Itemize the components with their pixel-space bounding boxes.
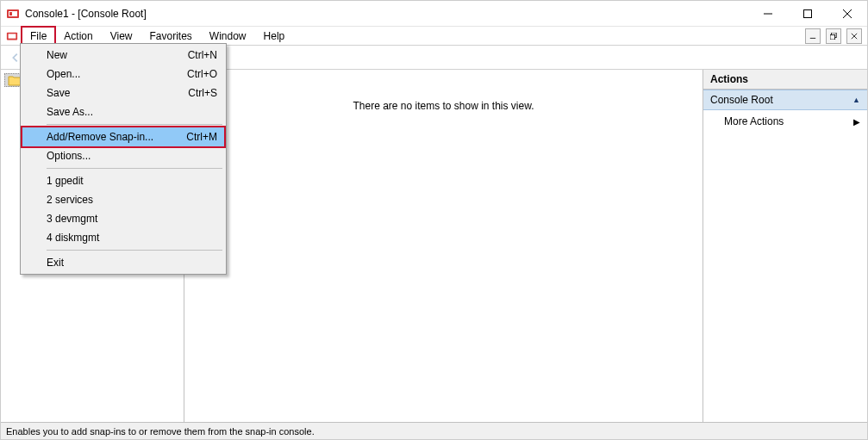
empty-message: There are no items to show in this view. — [184, 70, 703, 112]
file-menu-exit-label: Exit — [47, 257, 64, 269]
minimize-button[interactable] — [748, 1, 788, 27]
file-menu-exit[interactable]: Exit — [22, 253, 224, 272]
file-menu-recent-4[interactable]: 4 diskmgmt — [22, 228, 224, 247]
menu-view[interactable]: View — [102, 27, 141, 45]
file-menu-new-shortcut: Ctrl+N — [188, 49, 217, 61]
file-menu-options-label: Options... — [47, 150, 91, 162]
file-menu-new-label: New — [47, 49, 67, 61]
file-menu-saveas-label: Save As... — [47, 106, 93, 118]
submenu-arrow-icon: ▶ — [853, 117, 860, 127]
svg-rect-8 — [9, 34, 16, 38]
status-text: Enables you to add snap-ins to or remove… — [6, 426, 315, 437]
actions-panel: Actions Console Root ▲ More Actions ▶ — [703, 70, 867, 422]
menu-help[interactable]: Help — [255, 27, 294, 45]
menu-file-label: File — [30, 30, 47, 42]
actions-more-label: More Actions — [724, 115, 784, 127]
mdi-controls — [805, 27, 867, 45]
menu-separator — [47, 250, 222, 251]
file-menu-recent-4-label: 4 diskmgmt — [47, 232, 99, 244]
file-menu-save-label: Save — [47, 87, 70, 99]
file-menu-addremove-snapin[interactable]: Add/Remove Snap-in... Ctrl+M — [22, 127, 224, 146]
menu-view-label: View — [110, 30, 133, 42]
menu-window-label: Window — [209, 30, 247, 42]
maximize-button[interactable] — [788, 1, 827, 27]
file-menu-open[interactable]: Open... Ctrl+O — [22, 65, 224, 84]
actions-more-actions[interactable]: More Actions ▶ — [703, 110, 867, 133]
file-menu-recent-2[interactable]: 2 services — [22, 190, 224, 209]
file-menu-save-shortcut: Ctrl+S — [188, 87, 217, 99]
file-menu-open-shortcut: Ctrl+O — [187, 68, 217, 80]
actions-group-label: Console Root — [710, 94, 773, 106]
window-title: Console1 - [Console Root] — [25, 8, 748, 20]
menu-favorites-label: Favorites — [150, 30, 192, 42]
file-menu-recent-2-label: 2 services — [47, 194, 93, 206]
statusbar: Enables you to add snap-ins to or remove… — [1, 422, 867, 439]
file-menu-open-label: Open... — [47, 68, 80, 80]
file-menu-addremove-shortcut: Ctrl+M — [186, 131, 217, 143]
menu-file[interactable]: File — [22, 27, 55, 45]
menu-window[interactable]: Window — [201, 27, 255, 45]
mdi-close-button[interactable] — [846, 28, 862, 44]
menu-separator — [47, 124, 222, 125]
file-menu-recent-1[interactable]: 1 gpedit — [22, 171, 224, 190]
content-panel: There are no items to show in this view. — [184, 70, 703, 422]
mdi-minimize-button[interactable] — [805, 28, 821, 44]
mmc-app-icon — [6, 7, 20, 21]
file-menu-saveas[interactable]: Save As... — [22, 102, 224, 121]
menu-action[interactable]: Action — [55, 27, 101, 45]
file-menu-save[interactable]: Save Ctrl+S — [22, 84, 224, 102]
file-menu-recent-3-label: 3 devmgmt — [47, 213, 97, 225]
actions-group-header[interactable]: Console Root ▲ — [703, 90, 867, 110]
menu-favorites[interactable]: Favorites — [141, 27, 201, 45]
menu-action-label: Action — [64, 30, 92, 42]
svg-rect-11 — [830, 34, 835, 40]
mmc-doc-icon — [4, 27, 20, 45]
file-menu-recent-1-label: 1 gpedit — [47, 175, 84, 187]
close-button[interactable] — [827, 1, 867, 27]
mdi-restore-button[interactable] — [826, 28, 841, 44]
file-menu-new[interactable]: New Ctrl+N — [22, 46, 224, 65]
collapse-icon: ▲ — [852, 96, 860, 104]
menu-help-label: Help — [264, 30, 285, 42]
file-menu-recent-3[interactable]: 3 devmgmt — [22, 209, 224, 228]
menu-separator — [47, 168, 222, 169]
window-controls — [748, 1, 867, 26]
svg-rect-2 — [9, 12, 12, 15]
file-menu-addremove-label: Add/Remove Snap-in... — [47, 131, 153, 143]
actions-header: Actions — [703, 70, 867, 90]
titlebar: Console1 - [Console Root] — [1, 1, 867, 27]
file-menu-options[interactable]: Options... — [22, 146, 224, 165]
svg-rect-4 — [804, 10, 812, 18]
file-dropdown: New Ctrl+N Open... Ctrl+O Save Ctrl+S Sa… — [20, 43, 227, 275]
